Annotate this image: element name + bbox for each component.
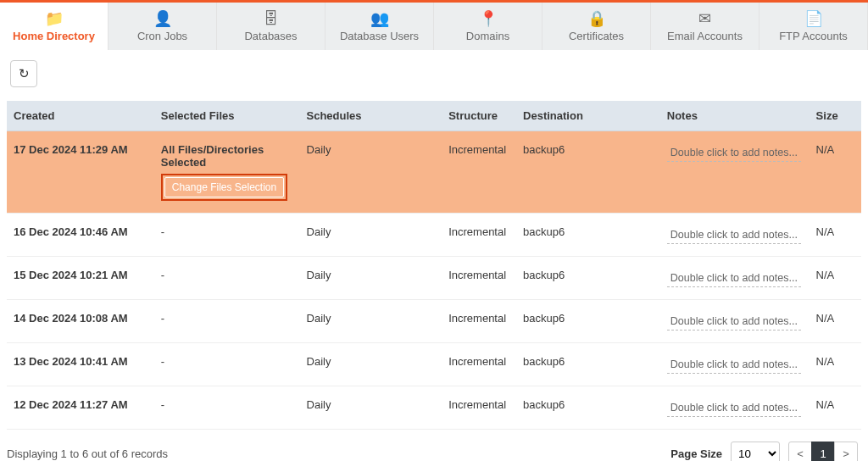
page-1-button[interactable]: 1 [811, 442, 835, 461]
cell-created: 16 Dec 2024 10:46 AM [14, 225, 128, 238]
cell-structure: Incremental [448, 269, 506, 281]
cell-schedules: Daily [307, 225, 331, 238]
tab-label: Home Directory [13, 30, 95, 42]
cell-selected-files: - [161, 269, 164, 281]
cell-destination: backup6 [523, 312, 565, 325]
col-structure[interactable]: Structure [442, 101, 516, 131]
col-schedules[interactable]: Schedules [300, 101, 442, 131]
page-size-select[interactable]: 10 [731, 442, 780, 461]
home-directory-icon: 📁 [45, 11, 64, 26]
cell-size: N/A [816, 355, 835, 368]
notes-field[interactable]: Double click to add notes... [667, 143, 801, 162]
table-footer: Displaying 1 to 6 out of 6 records Page … [0, 430, 868, 461]
next-page-button[interactable]: > [834, 442, 858, 461]
page-size-label: Page Size [670, 447, 722, 460]
toolbar: ↻ [0, 50, 868, 101]
cell-selected-files: - [161, 225, 164, 238]
cell-structure: Incremental [448, 355, 506, 368]
refresh-button[interactable]: ↻ [10, 60, 37, 87]
cell-selected-files: - [161, 398, 164, 411]
cell-destination: backup6 [523, 269, 565, 281]
col-selected-files[interactable]: Selected Files [154, 101, 300, 131]
cell-schedules: Daily [307, 312, 331, 325]
cell-structure: Incremental [448, 398, 506, 411]
tab-database-users[interactable]: 👥Database Users [326, 3, 434, 50]
cell-created: 15 Dec 2024 10:21 AM [14, 269, 128, 281]
tab-label: Cron Jobs [137, 30, 187, 42]
change-files-highlight: Change Files Selection [161, 174, 287, 201]
displaying-text: Displaying 1 to 6 out of 6 records [7, 447, 168, 460]
cell-selected-files: - [161, 312, 164, 325]
cell-schedules: Daily [307, 269, 331, 281]
col-created[interactable]: Created [7, 101, 154, 131]
cell-selected-files: All Files/Directories Selected [161, 143, 293, 169]
tab-label: Databases [244, 30, 297, 42]
tab-cron-jobs[interactable]: 👤Cron Jobs [108, 3, 217, 50]
cell-destination: backup6 [523, 398, 565, 411]
tab-home-directory[interactable]: 📁Home Directory [0, 3, 108, 50]
certificates-icon: 🔒 [587, 11, 606, 26]
email-accounts-icon: ✉ [698, 11, 711, 26]
cell-structure: Incremental [448, 312, 506, 325]
tab-label: Certificates [569, 30, 624, 42]
tab-label: Domains [466, 30, 509, 42]
notes-field[interactable]: Double click to add notes... [667, 269, 801, 287]
tab-databases[interactable]: 🗄Databases [217, 3, 326, 50]
notes-field[interactable]: Double click to add notes... [667, 355, 801, 374]
cell-structure: Incremental [448, 225, 506, 238]
col-notes[interactable]: Notes [660, 101, 810, 131]
pager: Page Size 10 < 1 > [670, 442, 858, 461]
databases-icon: 🗄 [264, 11, 279, 26]
cell-structure: Incremental [448, 143, 506, 156]
cell-size: N/A [816, 225, 835, 238]
cell-size: N/A [816, 312, 835, 325]
table-row[interactable]: 13 Dec 2024 10:41 AM-DailyIncrementalbac… [7, 343, 861, 386]
tab-bar: 📁Home Directory👤Cron Jobs🗄Databases👥Data… [0, 0, 868, 50]
col-destination[interactable]: Destination [516, 101, 660, 131]
cell-destination: backup6 [523, 355, 565, 368]
cell-size: N/A [816, 269, 835, 281]
cell-size: N/A [816, 398, 835, 411]
tab-domains[interactable]: 📍Domains [434, 3, 542, 50]
cell-destination: backup6 [523, 143, 565, 156]
tab-certificates[interactable]: 🔒Certificates [542, 3, 651, 50]
cell-created: 13 Dec 2024 10:41 AM [14, 355, 128, 368]
table-header-row: Created Selected Files Schedules Structu… [7, 101, 861, 131]
table-row[interactable]: 12 Dec 2024 11:27 AM-DailyIncrementalbac… [7, 386, 861, 430]
table-row[interactable]: 15 Dec 2024 10:21 AM-DailyIncrementalbac… [7, 257, 861, 300]
tab-label: Email Accounts [667, 30, 743, 42]
domains-icon: 📍 [479, 11, 498, 26]
tab-ftp-accounts[interactable]: 📄FTP Accounts [760, 3, 868, 50]
cell-schedules: Daily [307, 355, 331, 368]
tab-label: FTP Accounts [779, 30, 848, 42]
backup-table: Created Selected Files Schedules Structu… [7, 101, 861, 430]
ftp-accounts-icon: 📄 [804, 11, 823, 26]
change-files-selection-button[interactable]: Change Files Selection [164, 177, 284, 197]
cell-created: 12 Dec 2024 11:27 AM [14, 398, 128, 411]
cell-selected-files: - [161, 355, 164, 368]
cell-created: 14 Dec 2024 10:08 AM [14, 312, 128, 325]
cell-schedules: Daily [307, 398, 331, 411]
table-row[interactable]: 14 Dec 2024 10:08 AM-DailyIncrementalbac… [7, 300, 861, 343]
cell-created: 17 Dec 2024 11:29 AM [14, 143, 128, 156]
cron-jobs-icon: 👤 [153, 11, 172, 26]
database-users-icon: 👥 [370, 11, 389, 26]
notes-field[interactable]: Double click to add notes... [667, 225, 801, 244]
cell-schedules: Daily [307, 143, 331, 156]
cell-destination: backup6 [523, 225, 565, 238]
tab-label: Database Users [340, 30, 419, 42]
tab-email-accounts[interactable]: ✉Email Accounts [651, 3, 760, 50]
notes-field[interactable]: Double click to add notes... [667, 312, 801, 330]
col-size[interactable]: Size [810, 101, 861, 131]
table-row[interactable]: 16 Dec 2024 10:46 AM-DailyIncrementalbac… [7, 214, 861, 257]
refresh-icon: ↻ [19, 66, 30, 81]
notes-field[interactable]: Double click to add notes... [667, 398, 801, 417]
prev-page-button[interactable]: < [788, 442, 812, 461]
table-row[interactable]: 17 Dec 2024 11:29 AMAll Files/Directorie… [7, 131, 861, 214]
cell-size: N/A [816, 143, 835, 156]
